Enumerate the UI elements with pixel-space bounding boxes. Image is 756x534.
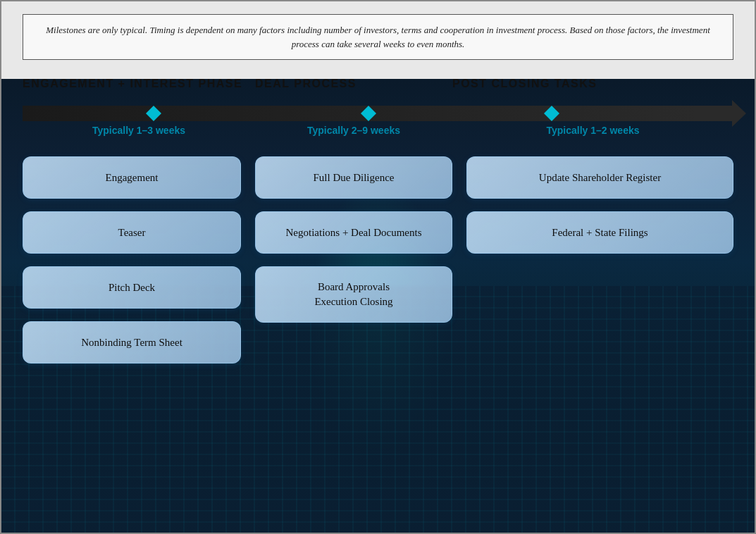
card-pitchdeck: Pitch Deck	[23, 266, 241, 309]
phase-labels: ENGAGEMENT + INTEREST PHASE DEAL PROCESS…	[23, 77, 733, 90]
card-federal-state-filings: Federal + State Filings	[466, 211, 733, 254]
column-2: Full Due Diligence Negotiations + Deal D…	[255, 156, 452, 519]
card-board-approvals: Board Approvals Execution Closing	[255, 266, 452, 323]
slide-container: Milestones are only typical. Timing is d…	[0, 0, 756, 534]
timeline-marker-1	[146, 106, 161, 121]
column-3: Update Shareholder Register Federal + St…	[466, 156, 733, 519]
timeline-bar	[23, 106, 733, 121]
phase-label-1: ENGAGEMENT + INTEREST PHASE	[23, 77, 255, 90]
phase-label-3: POST CLOSING TASKS	[452, 77, 733, 90]
timing-row: Typically 1–3 weeks Typically 2–9 weeks …	[23, 125, 733, 136]
card-engagement: Engagement	[23, 156, 241, 199]
card-update-shareholder: Update Shareholder Register	[466, 156, 733, 199]
card-negotiations-deal-docs: Negotiations + Deal Documents	[255, 211, 452, 254]
phase-label-2: DEAL PROCESS	[255, 77, 452, 90]
card-teaser: Teaser	[23, 211, 241, 254]
card-nonbinding-termsheet: Nonbinding Term Sheet	[23, 321, 241, 364]
timing-label-2: Typically 2–9 weeks	[255, 125, 452, 136]
card-full-due-diligence: Full Due Diligence	[255, 156, 452, 199]
timing-label-3: Typically 1–2 weeks	[452, 125, 733, 136]
notice-box: Milestones are only typical. Timing is d…	[23, 14, 733, 60]
timing-label-1: Typically 1–3 weeks	[23, 125, 255, 136]
notice-text: Milestones are only typical. Timing is d…	[46, 25, 710, 49]
timeline-marker-3	[544, 106, 559, 121]
cards-area: Engagement Teaser Pitch Deck Nonbinding …	[23, 156, 733, 519]
timeline-marker-2	[361, 106, 376, 121]
column-1: Engagement Teaser Pitch Deck Nonbinding …	[23, 156, 241, 519]
